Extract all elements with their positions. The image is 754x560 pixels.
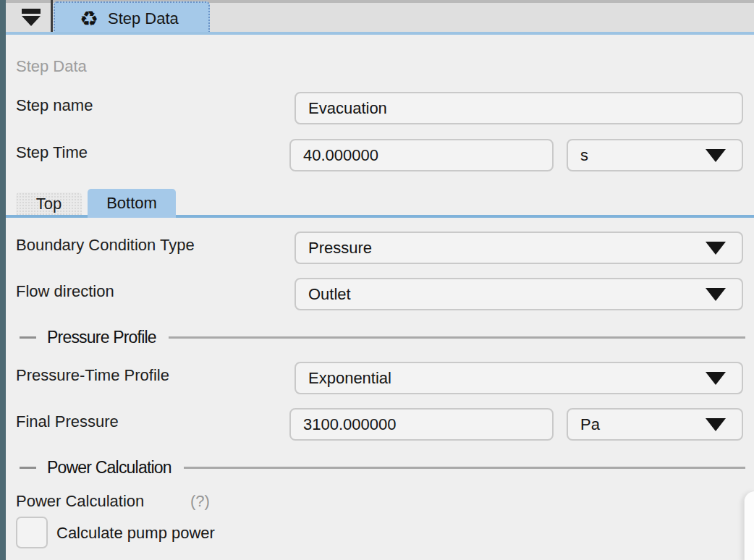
final-pressure-label: Final Pressure [16,412,119,431]
flow-direction-dropdown[interactable]: Outlet [295,278,743,310]
chevron-down-icon [22,16,41,26]
step-time-label: Step Time [16,143,88,162]
dropdown-arrow-icon [706,149,726,162]
boundary-sub-tabs: Top Bottom [0,189,754,218]
power-calculation-row: Power Calculation (?) [0,488,754,509]
step-name-row: Step name Evacuation [0,92,754,124]
final-pressure-row: Final Pressure 3100.000000 Pa [0,408,754,441]
tab-bottom[interactable]: Bottom [88,189,176,218]
section-dash [20,336,36,339]
pressure-profile-section-title: Pressure Profile [47,328,156,347]
calculate-pump-power-row: Calculate pump power [0,517,754,550]
tab-bar-separator [51,0,53,32]
pressure-time-profile-dropdown[interactable]: Exponential [295,362,743,394]
step-time-unit-dropdown[interactable]: s [567,139,743,171]
flow-direction-label: Flow direction [16,282,114,301]
flow-direction-value: Outlet [308,285,351,304]
final-pressure-unit-value: Pa [580,415,600,434]
panel-title: Step Data [16,57,87,76]
pressure-time-profile-row: Pressure-Time Profile Exponential [0,362,754,394]
chevron-bar-icon [22,9,41,14]
power-calculation-label: Power Calculation [16,492,144,511]
document-tab-bar: ♻ Step Data [6,0,754,35]
step-name-label: Step name [16,96,93,115]
power-calculation-section-title: Power Calculation [47,458,171,478]
boundary-condition-type-row: Boundary Condition Type Pressure [0,232,754,264]
section-dash [20,467,36,469]
dropdown-arrow-icon [706,288,726,301]
calculate-pump-power-label: Calculate pump power [56,524,215,543]
tab-list-chevron-button[interactable] [16,5,46,30]
step-time-unit-value: s [580,146,588,165]
calculate-pump-power-checkbox[interactable] [16,517,48,548]
boundary-condition-type-label: Boundary Condition Type [16,236,195,255]
dropdown-arrow-icon [706,418,726,431]
pressure-time-profile-label: Pressure-Time Profile [16,366,169,385]
step-time-row: Step Time 40.000000 s [0,139,754,171]
step-data-panel: ♻ Step Data Step Data Step name Evacuati… [0,0,754,560]
dropdown-arrow-icon [706,372,726,385]
boundary-condition-type-value: Pressure [308,239,372,258]
final-pressure-input[interactable]: 3100.000000 [289,408,554,441]
boundary-condition-type-dropdown[interactable]: Pressure [295,232,743,264]
recycle-icon: ♻ [80,9,98,30]
vertical-scrollbar-thumb[interactable] [744,491,754,560]
help-icon[interactable]: (?) [190,492,210,511]
tab-bar-underline [6,32,754,35]
pressure-profile-section-header: Pressure Profile [16,327,748,347]
pressure-time-profile-value: Exponential [308,369,391,388]
step-name-input[interactable]: Evacuation [295,92,743,124]
tab-step-data[interactable]: ♻ Step Data [54,1,210,35]
section-rule [169,336,745,339]
section-rule [184,467,745,469]
power-calculation-section-header: Power Calculation [16,457,748,478]
final-pressure-unit-dropdown[interactable]: Pa [567,408,743,441]
flow-direction-row: Flow direction Outlet [0,278,754,310]
tab-step-data-label: Step Data [108,9,179,28]
dropdown-arrow-icon [706,242,726,255]
tab-top[interactable]: Top [16,192,82,215]
step-time-input[interactable]: 40.000000 [289,139,554,171]
